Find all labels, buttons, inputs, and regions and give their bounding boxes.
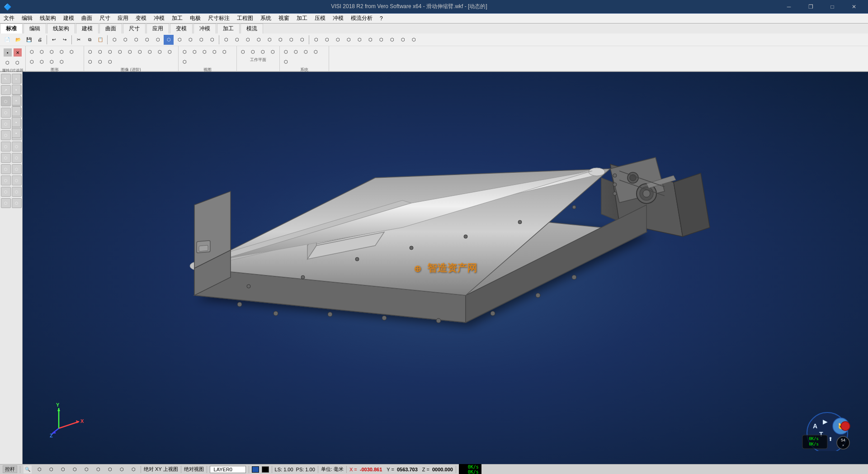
status-btn-4[interactable]: ⬡ [59, 465, 67, 474]
tb-select[interactable]: ⬡ [109, 35, 119, 45]
tb-shape6[interactable]: ⬡ [28, 57, 36, 66]
tb-img11[interactable]: ⬡ [96, 57, 104, 66]
menu-drawing[interactable]: 工程图 [233, 14, 257, 23]
side-btn-18[interactable]: ⬡ [12, 175, 22, 185]
status-btn-1[interactable]: 🔍 [24, 465, 32, 474]
side-btn-extra3[interactable]: ▪ [12, 95, 21, 105]
tb-shape7[interactable]: ⬡ [38, 57, 46, 66]
tb-prop2[interactable]: ✕ [14, 48, 22, 57]
tb-print[interactable]: 🖨 [35, 35, 45, 45]
tb-view2[interactable]: ⬡ [232, 35, 242, 45]
tb-open[interactable]: 📂 [13, 35, 23, 45]
tab-modeling[interactable]: 建模 [76, 24, 99, 33]
tb-shape1[interactable]: ⬡ [28, 47, 36, 56]
tb-wp2[interactable]: ⬡ [249, 47, 257, 56]
tb-img7[interactable]: ⬡ [146, 47, 154, 56]
status-btn-8[interactable]: ⬡ [106, 465, 114, 474]
minimize-button[interactable]: ─ [778, 0, 799, 14]
side-btn-15[interactable]: ⬡ [1, 164, 11, 174]
menu-punch[interactable]: 冲模 [150, 14, 168, 23]
tb-extra9[interactable]: ⬡ [398, 35, 408, 45]
side-btn-extra1[interactable]: ▪ [12, 74, 21, 84]
tb-view-a2[interactable]: ⬡ [191, 47, 199, 56]
menu-machine[interactable]: 加工 [168, 14, 186, 23]
tb-extra5[interactable]: ⬡ [354, 35, 364, 45]
tb-view-a1[interactable]: ⬡ [181, 47, 189, 56]
side-btn-move[interactable]: ↗ [1, 85, 11, 95]
side-btn-21[interactable]: ⬡ [1, 198, 11, 208]
tab-varmod[interactable]: 变模 [170, 24, 193, 33]
tb-wp1[interactable]: ⬡ [239, 47, 247, 56]
tb-view-a5[interactable]: ⬡ [221, 47, 229, 56]
side-btn-20[interactable]: ⬡ [12, 187, 22, 197]
tab-dimension[interactable]: 尺寸 [123, 24, 146, 33]
side-btn-extra5[interactable]: ▪ [12, 117, 21, 127]
side-btn-13[interactable]: ⬡ [1, 153, 11, 163]
side-btn-select[interactable]: ↖ [1, 74, 11, 84]
tb-img10[interactable]: ⬡ [86, 57, 94, 66]
tb-extra3[interactable]: ⬡ [333, 35, 343, 45]
nav-cube[interactable]: A ▶ 🐱 T ⬆ 0K/s 0K/s 54 × [800, 410, 854, 451]
tb-select7[interactable]: ⬡ [175, 35, 184, 45]
tb-view-a3[interactable]: ⬡ [201, 47, 209, 56]
tb-img2[interactable]: ⬡ [96, 47, 104, 56]
tb-view4[interactable]: ⬡ [254, 35, 264, 45]
tb-paste[interactable]: 📋 [95, 35, 105, 45]
menu-app[interactable]: 应用 [114, 14, 132, 23]
viewport[interactable]: ⊕ 智造资产网 X Y Z [23, 72, 868, 465]
tb-sys4[interactable]: ⬡ [312, 47, 320, 56]
menu-wireframe[interactable]: 线架构 [36, 14, 60, 23]
tb-view5[interactable]: ⬡ [264, 35, 274, 45]
tb-shape3[interactable]: ⬡ [48, 47, 56, 56]
tb-prop1[interactable]: ▪ [4, 48, 12, 57]
side-btn-12[interactable]: ⬡ [12, 142, 22, 152]
tb-select5[interactable]: ⬡ [153, 35, 163, 45]
menu-electrode[interactable]: 电极 [186, 14, 204, 23]
tb-save[interactable]: 💾 [24, 35, 34, 45]
tb-select10[interactable]: ⬡ [207, 35, 217, 45]
menu-moldflow[interactable]: 模流分析 [347, 14, 376, 23]
menu-edit[interactable]: 编辑 [18, 14, 36, 23]
tab-moldflow[interactable]: 模流 [241, 24, 263, 33]
tb-prop4[interactable]: ⬡ [14, 58, 22, 66]
tb-select9[interactable]: ⬡ [196, 35, 206, 45]
menu-die[interactable]: 冲模 [329, 14, 347, 23]
side-btn-7[interactable]: ⬡ [1, 119, 11, 129]
tb-sys2[interactable]: ⬡ [292, 47, 300, 56]
tab-die[interactable]: 冲模 [193, 24, 216, 33]
tb-shape5[interactable]: ⬡ [68, 47, 76, 56]
tab-edit[interactable]: 编辑 [24, 24, 46, 33]
tb-view1[interactable]: ⬡ [221, 35, 231, 45]
tb-extra6[interactable]: ⬡ [365, 35, 375, 45]
status-btn-5[interactable]: ⬡ [71, 465, 79, 474]
tb-extra10[interactable]: ⬡ [409, 35, 419, 45]
tb-undo[interactable]: ↩ [49, 35, 59, 45]
tb-wp4[interactable]: ⬡ [269, 47, 277, 56]
tb-new[interactable]: 📄 [2, 35, 12, 45]
menu-varmod[interactable]: 变模 [132, 14, 150, 23]
menu-model[interactable]: 建模 [60, 14, 78, 23]
side-btn-14[interactable]: ⬡ [12, 153, 22, 163]
tab-standard[interactable]: 标准 [0, 24, 23, 33]
side-btn-11[interactable]: ⬡ [1, 142, 11, 152]
tb-view-a4[interactable]: ⬡ [211, 47, 219, 56]
restore-button[interactable]: ❐ [800, 0, 821, 14]
tb-extra2[interactable]: ⬡ [322, 35, 332, 45]
tb-sys1[interactable]: ⬡ [282, 47, 290, 56]
menu-mold[interactable]: 压模 [311, 14, 329, 23]
tb-sys3[interactable]: ⬡ [302, 47, 310, 56]
tb-view7[interactable]: ⬡ [286, 35, 296, 45]
tb-img8[interactable]: ⬡ [156, 47, 164, 56]
menu-surface[interactable]: 曲面 [78, 14, 96, 23]
tb-extra1[interactable]: ⬡ [311, 35, 321, 45]
tb-shape8[interactable]: ⬡ [48, 57, 56, 66]
tb-view3[interactable]: ⬡ [243, 35, 253, 45]
tb-select8[interactable]: ⬡ [185, 35, 195, 45]
side-btn-22[interactable]: ⬡ [12, 198, 22, 208]
tb-shape2[interactable]: ⬡ [38, 47, 46, 56]
tab-surface[interactable]: 曲面 [99, 24, 122, 33]
tb-img5[interactable]: ⬡ [126, 47, 134, 56]
menu-system[interactable]: 系统 [257, 14, 275, 23]
tb-img12[interactable]: ⬡ [106, 57, 114, 66]
status-btn-6[interactable]: ⬡ [82, 465, 90, 474]
